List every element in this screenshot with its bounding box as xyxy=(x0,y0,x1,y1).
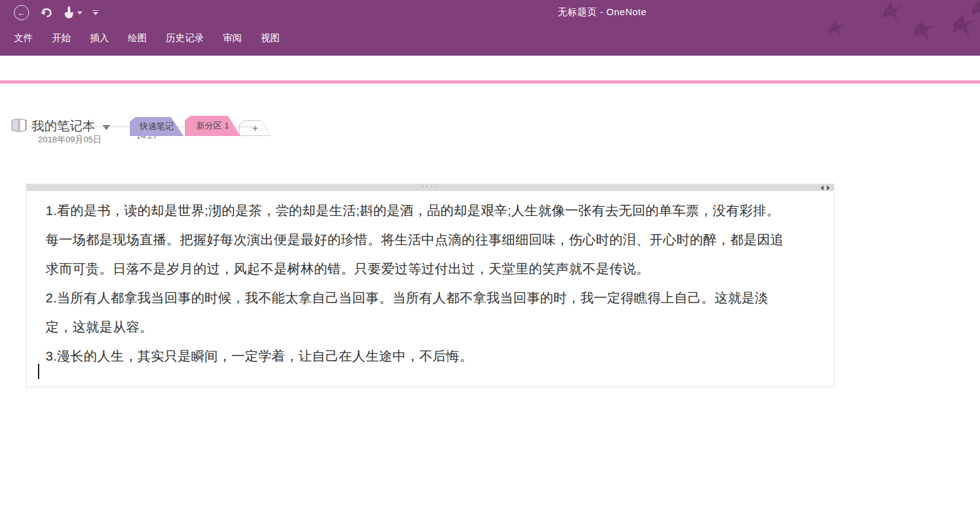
note-move-handle[interactable]: ···· xyxy=(27,184,834,191)
ribbon-tab-insert[interactable]: 插入 xyxy=(90,32,109,44)
note-line: 3.漫长的人生，其实只是瞬间，一定学着，让自己在人生途中，不后悔。 xyxy=(46,342,821,371)
back-icon[interactable]: ← xyxy=(14,5,29,20)
ribbon-tab-view[interactable]: 视图 xyxy=(261,32,280,44)
section-tab-new-section-1[interactable]: 新分区 1 xyxy=(185,116,241,136)
note-line: 求而可贵。日落不是岁月的过，风起不是树林的错。只要爱过等过付出过，天堂里的笑声就… xyxy=(46,254,821,283)
plus-icon: + xyxy=(240,121,270,135)
note-text-area[interactable]: 1.看的是书，读的却是世界;沏的是茶，尝的却是生活;斟的是酒，品的却是艰辛;人生… xyxy=(27,191,834,371)
note-line: 每一场都是现场直播。把握好每次演出便是最好的珍惜。将生活中点滴的往事细细回味，伤… xyxy=(46,225,821,254)
onenote-window: ← 无标题页 - OneNote 文件 开 xyxy=(0,0,980,527)
page-date: 2018年09月05日 xyxy=(38,134,102,146)
text-cursor xyxy=(38,364,39,379)
notebook-icon xyxy=(10,116,28,133)
bird-decoration xyxy=(790,0,980,54)
add-section-tab[interactable]: + xyxy=(239,120,271,136)
ribbon-tab-file[interactable]: 文件 xyxy=(14,32,33,44)
ribbon-tab-review[interactable]: 审阅 xyxy=(223,32,242,44)
touch-mode-dropdown-icon[interactable] xyxy=(77,11,82,15)
quick-access-toolbar: ← xyxy=(14,5,98,20)
move-handle-icon: ···· xyxy=(422,182,439,190)
resize-arrows-icon[interactable] xyxy=(820,185,830,190)
note-line: 定，这就是从容。 xyxy=(46,313,821,342)
note-container[interactable]: ···· 1.看的是书，读的却是世界;沏的是茶，尝的却是生活;斟的是酒，品的却是… xyxy=(26,183,834,387)
title-bar: ← 无标题页 - OneNote 文件 开 xyxy=(0,0,980,56)
undo-icon[interactable] xyxy=(39,6,53,19)
note-line: 1.看的是书，读的却是世界;沏的是茶，尝的却是生活;斟的是酒，品的却是艰辛;人生… xyxy=(46,196,821,225)
ribbon-tab-draw[interactable]: 绘图 xyxy=(128,32,147,44)
touch-mode-icon[interactable] xyxy=(63,6,82,20)
ribbon-tab-home[interactable]: 开始 xyxy=(52,32,71,44)
section-tab-quick-notes[interactable]: 快速笔记 xyxy=(130,117,184,136)
ribbon-tab-history[interactable]: 历史记录 xyxy=(166,32,204,44)
ribbon-tab-bar: 文件 开始 插入 绘图 历史记录 审阅 视图 xyxy=(14,32,280,44)
window-title: 无标题页 - OneNote xyxy=(558,6,646,18)
note-line: 2.当所有人都拿我当回事的时候，我不能太拿自己当回事。当所有人都不拿我当回事的时… xyxy=(46,283,821,313)
notebook-nav-row: 我的笔记本 快速笔记 新分区 1 + xyxy=(0,56,980,80)
customize-toolbar-icon[interactable] xyxy=(92,10,98,16)
section-accent-bar xyxy=(0,80,980,84)
